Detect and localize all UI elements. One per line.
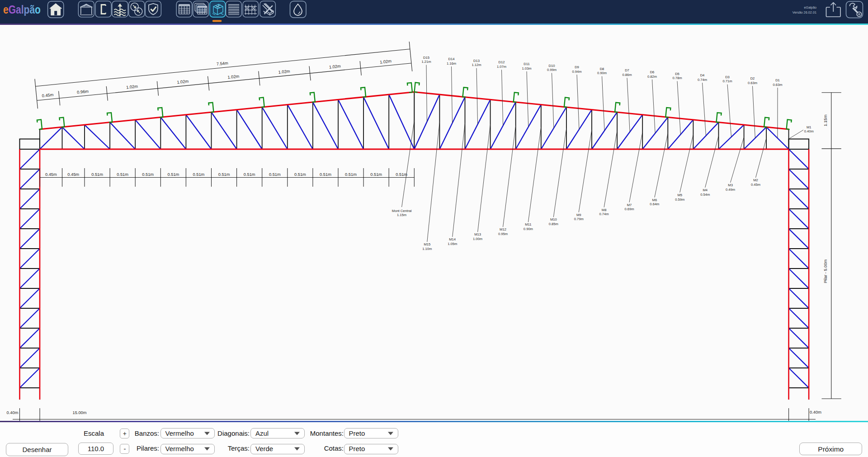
svg-text:M5: M5 bbox=[678, 193, 683, 197]
svg-text:1.15m: 1.15m bbox=[397, 213, 406, 217]
svg-text:0.85m: 0.85m bbox=[549, 222, 558, 226]
svg-text:D5: D5 bbox=[675, 72, 679, 76]
svg-text:D1: D1 bbox=[775, 78, 780, 82]
svg-text:0.74m: 0.74m bbox=[698, 78, 707, 82]
svg-text:0.51m: 0.51m bbox=[193, 172, 204, 177]
svg-text:0.45m: 0.45m bbox=[67, 172, 79, 177]
svg-text:0.51m: 0.51m bbox=[269, 172, 281, 177]
svg-text:1.05m: 1.05m bbox=[448, 242, 457, 246]
svg-text:D9: D9 bbox=[575, 65, 579, 69]
svg-text:0.49m: 0.49m bbox=[726, 188, 735, 192]
svg-text:0.51m: 0.51m bbox=[370, 172, 382, 177]
svg-text:eGalpão: eGalpão bbox=[804, 5, 816, 9]
svg-text:0.51m: 0.51m bbox=[244, 172, 255, 177]
svg-text:0.86m: 0.86m bbox=[622, 73, 632, 77]
svg-text:0.40m: 0.40m bbox=[804, 129, 814, 133]
svg-text:M8: M8 bbox=[602, 208, 607, 212]
svg-text:0.59m: 0.59m bbox=[675, 198, 684, 202]
svg-text:0.45m: 0.45m bbox=[751, 183, 760, 187]
svg-text:0.51m: 0.51m bbox=[117, 172, 128, 177]
svg-text:D6: D6 bbox=[650, 70, 655, 74]
svg-text:D14: D14 bbox=[448, 57, 455, 61]
svg-text:D7: D7 bbox=[625, 68, 629, 72]
svg-text:0.54m: 0.54m bbox=[700, 193, 710, 197]
svg-text:1.00m: 1.00m bbox=[473, 237, 482, 241]
svg-text:D10: D10 bbox=[549, 64, 555, 68]
svg-text:M11: M11 bbox=[525, 222, 531, 226]
svg-text:0.51m: 0.51m bbox=[396, 172, 407, 177]
svg-text:1.02m: 1.02m bbox=[278, 69, 290, 75]
svg-text:1.02m: 1.02m bbox=[227, 74, 240, 80]
svg-text:D13: D13 bbox=[473, 59, 480, 63]
svg-text:D15: D15 bbox=[423, 56, 429, 60]
svg-text:1.02m: 1.02m bbox=[329, 64, 341, 70]
svg-text:0.51m: 0.51m bbox=[345, 172, 357, 177]
svg-text:0.45m: 0.45m bbox=[42, 93, 54, 99]
svg-text:15.00m: 15.00m bbox=[72, 410, 86, 415]
svg-text:D12: D12 bbox=[499, 60, 505, 64]
svg-text:0.79m: 0.79m bbox=[574, 217, 584, 221]
svg-text:0.99m: 0.99m bbox=[547, 68, 557, 72]
svg-text:Versão 26.02.01: Versão 26.02.01 bbox=[793, 10, 816, 14]
svg-text:1.15m: 1.15m bbox=[823, 114, 828, 126]
svg-text:1.07m: 1.07m bbox=[497, 65, 506, 69]
svg-text:0.51m: 0.51m bbox=[294, 172, 306, 177]
svg-text:0.82m: 0.82m bbox=[647, 75, 657, 79]
svg-text:0.63m: 0.63m bbox=[748, 81, 757, 85]
svg-text:0.90m: 0.90m bbox=[524, 227, 533, 231]
svg-text:7.54m: 7.54m bbox=[216, 61, 228, 67]
svg-text:M13: M13 bbox=[474, 232, 481, 236]
svg-text:1.03m: 1.03m bbox=[522, 66, 531, 71]
svg-text:0.45m: 0.45m bbox=[45, 172, 57, 177]
svg-text:1.10m: 1.10m bbox=[422, 247, 432, 251]
svg-text:M6: M6 bbox=[652, 198, 657, 202]
svg-text:M7: M7 bbox=[627, 203, 632, 207]
svg-text:0.95m: 0.95m bbox=[498, 232, 508, 236]
svg-text:0.94m: 0.94m bbox=[572, 70, 581, 74]
svg-text:0.71m: 0.71m bbox=[722, 79, 732, 83]
svg-text:1.16m: 1.16m bbox=[447, 61, 456, 66]
svg-text:0.78m: 0.78m bbox=[672, 76, 682, 80]
svg-text:M14: M14 bbox=[449, 237, 456, 241]
svg-text:M1: M1 bbox=[807, 125, 811, 129]
svg-text:D2: D2 bbox=[750, 76, 755, 80]
svg-text:0.51m: 0.51m bbox=[167, 172, 179, 177]
svg-text:D3: D3 bbox=[725, 75, 730, 79]
svg-text:0.64m: 0.64m bbox=[650, 202, 659, 206]
svg-text:M3: M3 bbox=[728, 183, 733, 187]
svg-text:0.96m: 0.96m bbox=[77, 89, 89, 95]
svg-text:0.74m: 0.74m bbox=[599, 212, 609, 216]
svg-text:M2: M2 bbox=[753, 178, 758, 182]
svg-text:0.40m: 0.40m bbox=[7, 410, 19, 415]
svg-text:M4: M4 bbox=[703, 188, 708, 192]
svg-text:1.02m: 1.02m bbox=[380, 59, 392, 65]
svg-text:M12: M12 bbox=[500, 227, 506, 231]
svg-text:D8: D8 bbox=[600, 67, 604, 71]
svg-text:0.40m: 0.40m bbox=[810, 410, 821, 415]
svg-text:1.02m: 1.02m bbox=[177, 79, 189, 85]
svg-text:0.51m: 0.51m bbox=[142, 172, 154, 177]
svg-text:1.12m: 1.12m bbox=[472, 63, 481, 67]
svg-text:D11: D11 bbox=[524, 62, 529, 66]
svg-text:D4: D4 bbox=[700, 73, 705, 77]
svg-text:1.02m: 1.02m bbox=[126, 84, 138, 90]
svg-text:Mont Central: Mont Central bbox=[392, 209, 412, 213]
svg-text:0.51m: 0.51m bbox=[91, 172, 103, 177]
svg-text:0.51m: 0.51m bbox=[218, 172, 230, 177]
svg-text:0.69m: 0.69m bbox=[624, 207, 634, 211]
svg-text:0.90m: 0.90m bbox=[597, 71, 607, 75]
svg-text:0.51m: 0.51m bbox=[320, 172, 331, 177]
svg-text:M15: M15 bbox=[424, 242, 430, 246]
svg-text:0.63m: 0.63m bbox=[773, 83, 782, 87]
svg-text:Pilar - 5.00m: Pilar - 5.00m bbox=[823, 259, 828, 283]
svg-text:M9: M9 bbox=[576, 213, 581, 217]
svg-text:1.21m: 1.21m bbox=[421, 60, 431, 64]
svg-text:M10: M10 bbox=[550, 217, 557, 221]
